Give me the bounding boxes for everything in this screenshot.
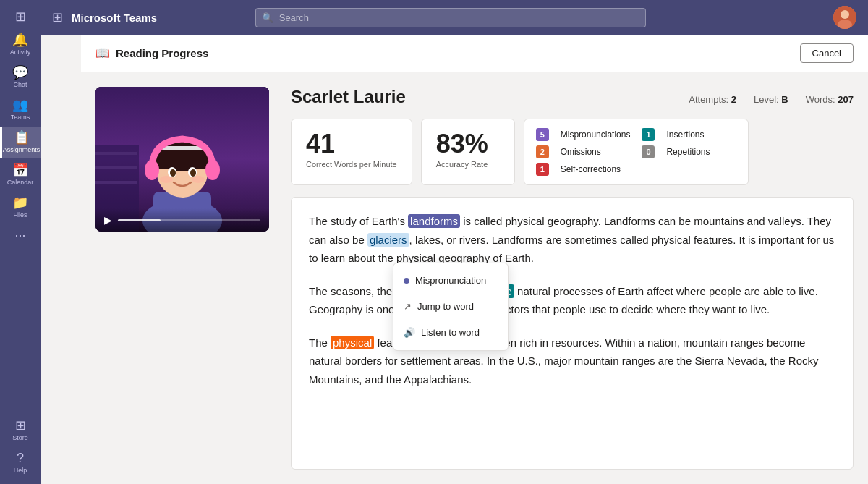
- metrics-row: 41 Correct Words per Minute 83% Accuracy…: [291, 119, 854, 185]
- student-stats: Attempts: 2 Level: B Words: 207: [689, 94, 854, 105]
- avatar[interactable]: [833, 6, 856, 29]
- chat-icon: 💬: [12, 66, 28, 79]
- svg-rect-14: [159, 146, 205, 150]
- errors-card: 5 Mispronunciations 1 Insertions 2 Omiss…: [524, 119, 749, 185]
- help-icon: ?: [17, 451, 24, 464]
- sidebar-label-teams: Teams: [11, 114, 30, 121]
- reading-area[interactable]: The study of Earth's landforms is called…: [291, 197, 854, 470]
- video-panel: ▶: [95, 87, 276, 470]
- menu-mispronunciation-label: Mispronunciation: [415, 273, 486, 289]
- svg-point-19: [170, 169, 176, 177]
- svg-point-21: [160, 176, 173, 183]
- reading-paragraph-1: The study of Earth's landforms is called…: [309, 212, 835, 268]
- sidebar-label-calendar: Calendar: [7, 179, 34, 186]
- sidebar-item-store[interactable]: ⊞ Store: [0, 415, 41, 446]
- level-value: B: [781, 94, 788, 105]
- words-stat: Words: 207: [806, 94, 854, 105]
- repetitions-label: Repetitions: [666, 147, 736, 157]
- sidebar-label-chat: Chat: [13, 81, 27, 88]
- cancel-button[interactable]: Cancel: [800, 43, 854, 63]
- mispronunciation-dot-icon: [404, 278, 409, 284]
- teams-icon: 👥: [12, 98, 28, 111]
- store-icon: ⊞: [15, 419, 26, 432]
- sidebar-label-activity: Activity: [10, 48, 31, 56]
- menu-item-listen[interactable]: 🔊 Listen to word: [393, 320, 508, 346]
- repetitions-badge: 0: [642, 145, 655, 158]
- page-title: Reading Progress: [116, 47, 208, 59]
- reading-paragraph-2: The seasons, the atmosphere and all the …: [309, 282, 835, 319]
- self-corrections-badge: 1: [536, 163, 549, 176]
- accuracy-card: 83% Accuracy Rate: [421, 119, 515, 185]
- main-content: 📖 Reading Progress Cancel: [81, 35, 868, 484]
- attempts-value: 2: [731, 94, 736, 105]
- highlight-physical[interactable]: physical: [331, 336, 374, 349]
- mispronunciations-badge: 5: [536, 128, 549, 141]
- sidebar-label-store: Store: [12, 434, 28, 441]
- svg-rect-6: [95, 166, 137, 169]
- reading-progress-icon: 📖: [95, 46, 110, 60]
- insertions-badge: 1: [642, 128, 655, 141]
- svg-rect-13: [155, 156, 210, 169]
- jump-icon: ↗: [404, 299, 412, 315]
- menu-jump-label: Jump to word: [417, 299, 474, 315]
- student-info: Scarlet Laurie Attempts: 2 Level: B Word…: [291, 87, 854, 107]
- right-panel: Scarlet Laurie Attempts: 2 Level: B Word…: [291, 87, 854, 470]
- calendar-icon: 📅: [12, 164, 28, 177]
- topbar: ⊞ Microsoft Teams 🔍: [41, 0, 868, 35]
- assignments-icon: 📋: [14, 131, 30, 144]
- omissions-label: Omissions: [561, 147, 631, 157]
- speaker-icon: 🔊: [404, 325, 415, 341]
- attempts-stat: Attempts: 2: [689, 94, 736, 105]
- svg-point-16: [205, 160, 220, 180]
- svg-rect-5: [95, 152, 137, 155]
- sidebar-item-chat[interactable]: 💬 Chat: [0, 61, 41, 93]
- reading-paragraph-3: The physical features of a region are of…: [309, 334, 835, 389]
- omissions-badge: 2: [536, 145, 549, 158]
- svg-rect-7: [95, 181, 137, 184]
- student-name: Scarlet Laurie: [291, 87, 406, 107]
- svg-point-20: [190, 169, 196, 177]
- topbar-grid-icon[interactable]: ⊞: [52, 9, 63, 25]
- accuracy-label: Accuracy Rate: [436, 160, 500, 169]
- highlight-landforms[interactable]: landforms: [408, 214, 460, 228]
- context-menu: Mispronunciation ↗ Jump to word 🔊 Listen…: [393, 263, 509, 351]
- more-icon: ···: [14, 229, 25, 242]
- activity-icon: 🔔: [12, 33, 28, 46]
- video-progress-bar[interactable]: [118, 219, 260, 221]
- sidebar-item-help[interactable]: ? Help: [0, 447, 41, 478]
- sub-header: 📖 Reading Progress Cancel: [81, 35, 868, 72]
- search-input[interactable]: [255, 8, 646, 27]
- menu-item-jump[interactable]: ↗ Jump to word: [393, 294, 508, 320]
- video-progress-fill: [118, 219, 161, 221]
- sidebar-item-assignments[interactable]: 📋 Assignments: [0, 127, 41, 158]
- sidebar-item-activity[interactable]: 🔔 Activity: [0, 29, 41, 60]
- highlight-glaciers[interactable]: glaciers: [367, 233, 409, 247]
- sidebar-label-files: Files: [13, 211, 27, 218]
- sidebar-label-assignments: Assignments: [3, 146, 41, 153]
- sidebar-item-files[interactable]: 📁 Files: [0, 192, 41, 223]
- svg-point-15: [145, 160, 159, 180]
- video-controls: ▶: [95, 208, 269, 232]
- accuracy-value: 83%: [436, 131, 500, 157]
- app-title: Microsoft Teams: [72, 12, 157, 24]
- level-stat: Level: B: [754, 94, 788, 105]
- menu-listen-label: Listen to word: [421, 325, 480, 341]
- words-value: 207: [838, 94, 854, 105]
- svg-point-1: [841, 10, 849, 19]
- self-corrections-label: Self-corrections: [561, 164, 631, 174]
- cwpm-card: 41 Correct Words per Minute: [291, 119, 412, 185]
- sidebar-item-teams[interactable]: 👥 Teams: [0, 94, 41, 125]
- mispronunciations-label: Mispronunciations: [561, 130, 631, 140]
- search-icon: 🔍: [262, 12, 273, 23]
- play-button[interactable]: ▶: [104, 214, 112, 226]
- sidebar-item-more[interactable]: ···: [0, 224, 41, 246]
- sidebar-item-calendar[interactable]: 📅 Calendar: [0, 159, 41, 190]
- sidebar-item-grid[interactable]: ⊞: [0, 6, 41, 27]
- sidebar: ⊞ 🔔 Activity 💬 Chat 👥 Teams 📋 Assignment…: [0, 0, 41, 484]
- menu-item-mispronunciation[interactable]: Mispronunciation: [393, 268, 508, 294]
- video-container: ▶: [95, 87, 269, 232]
- cwpm-value: 41: [306, 131, 397, 157]
- svg-point-22: [192, 176, 205, 183]
- sidebar-label-help: Help: [14, 467, 27, 474]
- search-box: 🔍: [255, 8, 646, 27]
